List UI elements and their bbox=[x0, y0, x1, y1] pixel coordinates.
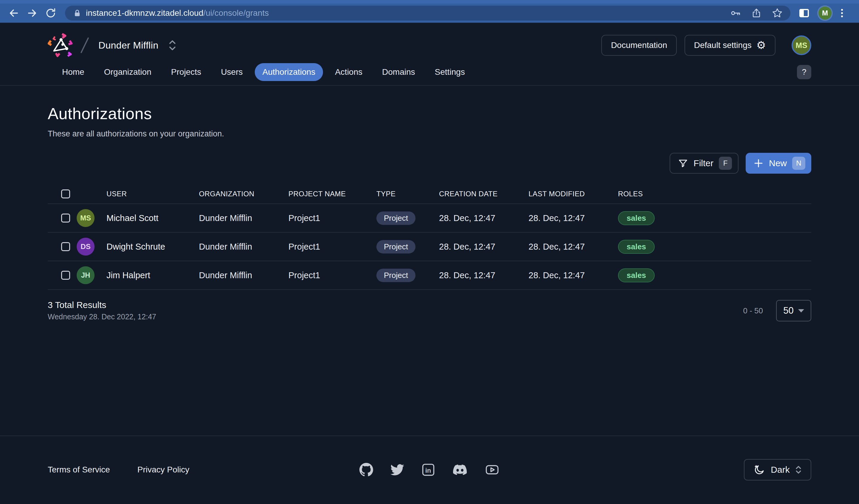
new-shortcut-badge: N bbox=[792, 157, 805, 170]
page-size-select[interactable]: 50 bbox=[776, 300, 811, 321]
table-body: MS Michael Scott Dunder Mifflin Project1… bbox=[48, 204, 811, 290]
moon-icon bbox=[753, 464, 765, 476]
new-label: New bbox=[769, 158, 787, 168]
youtube-icon[interactable] bbox=[485, 463, 500, 477]
documentation-button[interactable]: Documentation bbox=[601, 35, 676, 56]
row-avatar: MS bbox=[77, 209, 94, 227]
theme-label: Dark bbox=[771, 465, 789, 475]
filter-button[interactable]: Filter F bbox=[669, 153, 738, 174]
browser-profile-avatar[interactable]: M bbox=[818, 6, 832, 20]
total-results: 3 Total Results bbox=[48, 300, 156, 310]
reload-icon[interactable] bbox=[45, 7, 57, 19]
side-panel-icon[interactable] bbox=[798, 7, 810, 19]
cell-user: Michael Scott bbox=[106, 213, 199, 223]
cell-organization: Dunder Mifflin bbox=[199, 213, 288, 223]
tab-users[interactable]: Users bbox=[213, 63, 251, 81]
forward-icon[interactable] bbox=[26, 7, 38, 19]
tab-organization[interactable]: Organization bbox=[96, 63, 159, 81]
browser-chrome: instance1-dkmnzw.zitadel.cloud/ui/consol… bbox=[0, 0, 859, 23]
results-footer: 3 Total Results Wednesday 28. Dec 2022, … bbox=[48, 300, 811, 321]
cell-project-name: Project1 bbox=[288, 270, 376, 280]
privacy-policy-link[interactable]: Privacy Policy bbox=[137, 465, 190, 474]
type-badge: Project bbox=[376, 211, 416, 225]
svg-text:in: in bbox=[425, 467, 431, 474]
filter-label: Filter bbox=[693, 158, 713, 168]
tab-actions[interactable]: Actions bbox=[327, 63, 370, 81]
table-row[interactable]: JH Jim Halpert Dunder Mifflin Project1 P… bbox=[48, 261, 811, 290]
user-avatar[interactable]: MS bbox=[792, 35, 811, 55]
page-subtitle: These are all authorizations on your org… bbox=[48, 129, 811, 139]
back-icon[interactable] bbox=[8, 7, 20, 19]
table-header-row: USER ORGANIZATION PROJECT NAME TYPE CREA… bbox=[48, 184, 811, 204]
col-roles: ROLES bbox=[618, 190, 811, 198]
cell-organization: Dunder Mifflin bbox=[199, 270, 288, 280]
tab-projects[interactable]: Projects bbox=[163, 63, 209, 81]
type-badge: Project bbox=[376, 240, 416, 253]
table-row[interactable]: DS Dwight Schrute Dunder Mifflin Project… bbox=[48, 233, 811, 261]
filter-shortcut-badge: F bbox=[719, 157, 732, 170]
row-avatar: DS bbox=[77, 238, 94, 255]
row-checkbox[interactable] bbox=[61, 242, 70, 251]
twitter-icon[interactable] bbox=[390, 463, 404, 477]
browser-top-strip bbox=[0, 0, 859, 3]
app-footer: Terms of Service Privacy Policy in D bbox=[0, 436, 859, 503]
linkedin-icon[interactable]: in bbox=[421, 463, 435, 477]
help-button[interactable]: ? bbox=[797, 65, 811, 79]
cell-type: Project bbox=[376, 240, 439, 253]
share-icon[interactable] bbox=[751, 8, 762, 18]
zitadel-console: Dunder Mifflin Documentation Default set… bbox=[0, 23, 859, 503]
cell-creation-date: 28. Dec, 12:47 bbox=[439, 270, 528, 280]
tab-authorizations[interactable]: Authorizations bbox=[255, 63, 323, 81]
default-settings-button[interactable]: Default settings ⚙ bbox=[684, 35, 775, 56]
table-row[interactable]: MS Michael Scott Dunder Mifflin Project1… bbox=[48, 204, 811, 233]
cell-last-modified: 28. Dec, 12:47 bbox=[528, 242, 618, 252]
col-last-modified: LAST MODIFIED bbox=[528, 190, 618, 198]
cell-last-modified: 28. Dec, 12:47 bbox=[528, 213, 618, 223]
cell-project-name: Project1 bbox=[288, 242, 376, 252]
tab-settings[interactable]: Settings bbox=[427, 63, 473, 81]
cell-creation-date: 28. Dec, 12:47 bbox=[439, 213, 528, 223]
cell-roles: sales bbox=[618, 268, 811, 282]
zitadel-logo[interactable] bbox=[48, 32, 73, 58]
footer-links: Terms of Service Privacy Policy bbox=[48, 465, 359, 474]
theme-chevrons-icon bbox=[795, 465, 802, 475]
terms-of-service-link[interactable]: Terms of Service bbox=[48, 465, 110, 474]
page-range: 0 - 50 bbox=[743, 306, 763, 315]
row-checkbox[interactable] bbox=[61, 271, 70, 280]
col-user: USER bbox=[106, 190, 199, 198]
org-switcher-chevrons-icon[interactable] bbox=[168, 39, 176, 51]
lock-icon bbox=[73, 9, 82, 18]
col-type: TYPE bbox=[376, 190, 439, 198]
row-checkbox[interactable] bbox=[61, 214, 70, 222]
tab-domains[interactable]: Domains bbox=[374, 63, 423, 81]
authorizations-table: USER ORGANIZATION PROJECT NAME TYPE CREA… bbox=[48, 184, 811, 290]
gear-icon: ⚙ bbox=[756, 40, 766, 51]
paginator: 0 - 50 50 bbox=[743, 300, 812, 321]
breadcrumb-slash bbox=[80, 37, 89, 53]
discord-icon[interactable] bbox=[452, 463, 467, 477]
cell-creation-date: 28. Dec, 12:47 bbox=[439, 242, 528, 252]
github-icon[interactable] bbox=[359, 463, 373, 477]
kebab-menu-icon[interactable] bbox=[840, 7, 844, 19]
page-size-value: 50 bbox=[783, 305, 794, 316]
cell-user: Dwight Schrute bbox=[106, 242, 199, 252]
col-organization: ORGANIZATION bbox=[199, 190, 288, 198]
org-switcher-label[interactable]: Dunder Mifflin bbox=[99, 40, 159, 51]
bookmark-star-icon[interactable] bbox=[772, 8, 783, 18]
tab-home[interactable]: Home bbox=[54, 63, 92, 81]
url-bar[interactable]: instance1-dkmnzw.zitadel.cloud/ui/consol… bbox=[65, 6, 790, 20]
cell-project-name: Project1 bbox=[288, 213, 376, 223]
browser-toolbar: instance1-dkmnzw.zitadel.cloud/ui/consol… bbox=[0, 3, 859, 23]
filter-funnel-icon bbox=[678, 158, 688, 168]
type-badge: Project bbox=[376, 269, 416, 282]
cell-organization: Dunder Mifflin bbox=[199, 242, 288, 252]
default-settings-label: Default settings bbox=[694, 41, 752, 50]
key-icon[interactable] bbox=[730, 8, 741, 18]
select-all-checkbox[interactable] bbox=[61, 189, 70, 199]
caret-down-icon bbox=[798, 309, 804, 313]
theme-select[interactable]: Dark bbox=[744, 459, 811, 481]
social-icons: in bbox=[359, 463, 500, 477]
row-avatar: JH bbox=[77, 266, 94, 284]
new-button[interactable]: New N bbox=[746, 153, 811, 174]
cell-last-modified: 28. Dec, 12:47 bbox=[528, 270, 618, 280]
